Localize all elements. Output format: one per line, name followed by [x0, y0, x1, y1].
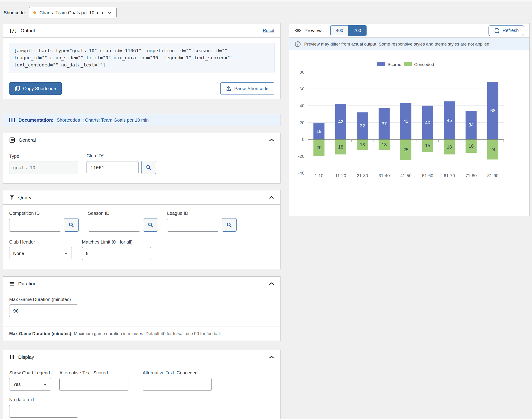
no-data-text-field[interactable]: [9, 405, 78, 418]
preview-notice: Preview may differ from actual output. S…: [289, 38, 530, 50]
x-axis-tick-label: 81-90: [487, 173, 498, 178]
alt-text-conceded-field[interactable]: [143, 378, 212, 391]
legend-label-scored[interactable]: Scored: [387, 62, 401, 67]
competition-id-search-button[interactable]: [64, 218, 79, 232]
bar-value-label: 42: [338, 119, 343, 124]
max-duration-field[interactable]: [9, 304, 78, 317]
y-axis-tick-label: 60: [300, 86, 304, 91]
y-axis-tick-label: -20: [298, 154, 304, 159]
x-axis-tick-label: 61-70: [444, 173, 455, 178]
type-field: [9, 161, 78, 174]
output-card: [/] Output Reset [anwpfl-charts type="go…: [3, 23, 281, 99]
collapse-chevron-icon: [269, 355, 274, 359]
general-card-header[interactable]: General: [3, 133, 280, 147]
x-axis-tick-label: 31-40: [379, 173, 390, 178]
x-axis-tick-label: 51-60: [422, 173, 433, 178]
y-axis-tick-label: 20: [300, 120, 304, 125]
alt-text-conceded-label: Alternative Text: Conceded: [143, 370, 212, 376]
collapse-chevron-icon: [269, 196, 274, 200]
legend-swatch-scored[interactable]: [377, 62, 385, 66]
duration-title: Duration: [18, 281, 36, 287]
club-id-label: Club ID*: [86, 153, 156, 158]
duration-card-header[interactable]: Duration: [3, 277, 280, 291]
preview-column: Preview 400 700 Refresh: [289, 23, 530, 216]
search-icon: [226, 222, 232, 228]
club-header-label: Club Header: [9, 239, 72, 245]
refresh-label: Refresh: [503, 28, 519, 33]
club-id-field[interactable]: [86, 161, 138, 174]
eye-icon: [295, 28, 301, 33]
shortcode-select-value: Charts: Team Goals per 10 min: [39, 10, 103, 15]
search-icon: [68, 222, 74, 228]
admin-top-strip: [0, 0, 532, 3]
preview-notice-text: Preview may differ from actual output. S…: [304, 42, 491, 47]
search-icon: [146, 164, 152, 170]
bar-value-label: 19: [316, 129, 321, 134]
parse-shortcode-button[interactable]: Parse Shortcode: [220, 82, 274, 95]
shortcode-select[interactable]: Charts: Team Goals per 10 min: [29, 7, 117, 18]
bar-value-label: 68: [490, 108, 495, 113]
settings-column: [/] Output Reset [anwpfl-charts type="go…: [3, 23, 281, 419]
show-legend-select[interactable]: Yes: [9, 378, 51, 391]
legend-label-conceded[interactable]: Conceded: [414, 62, 434, 67]
competition-id-field[interactable]: [9, 219, 61, 232]
chevron-down-icon: [43, 382, 47, 386]
filter-icon: [9, 195, 15, 200]
duration-help-term: Max Game Duration (minutes):: [9, 331, 73, 336]
preview-size-700-button[interactable]: 700: [348, 26, 366, 36]
league-id-label: League ID: [167, 211, 237, 216]
preview-size-400-button[interactable]: 400: [331, 26, 349, 36]
type-label: Type: [9, 154, 78, 159]
club-header-select[interactable]: None: [9, 247, 72, 260]
bar-value-label: 18: [447, 144, 452, 149]
league-id-search-button[interactable]: [222, 218, 237, 232]
x-axis-tick-label: 41-50: [400, 173, 412, 178]
refresh-button[interactable]: Refresh: [489, 25, 524, 36]
x-axis-tick-label: 1-10: [314, 173, 323, 178]
parse-shortcode-label: Parse Shortcode: [234, 86, 269, 91]
season-id-field[interactable]: [88, 219, 140, 232]
y-axis-tick-label: 0: [302, 137, 304, 142]
reset-link[interactable]: Reset: [263, 28, 274, 33]
general-title: General: [19, 137, 36, 143]
shortcode-brackets-icon: [/]: [9, 28, 17, 33]
display-body: Show Chart Legend Yes Alternative Text: …: [3, 364, 280, 419]
output-title: Output: [20, 28, 35, 33]
list-lines-icon: [9, 281, 15, 287]
bar-value-label: 25: [403, 147, 409, 152]
refresh-icon: [494, 27, 500, 34]
documentation-link[interactable]: Shortcodes :: Charts: Team Goals per 10 …: [57, 118, 149, 123]
bar-value-label: 32: [360, 123, 365, 128]
chevron-down-icon: [107, 10, 112, 15]
upload-icon: [226, 86, 231, 91]
query-card: Query Competition ID: [3, 190, 281, 269]
bar-value-label: 24: [490, 147, 495, 152]
max-duration-label: Max Game Duration (minutes): [9, 297, 274, 302]
sliders-icon: [9, 137, 15, 143]
bar-value-label: 16: [468, 144, 474, 149]
league-id-field[interactable]: [167, 219, 219, 232]
shortcode-code-box: [anwpfl-charts type="goals-10" club_id="…: [9, 43, 275, 73]
legend-swatch-conceded[interactable]: [404, 62, 412, 66]
query-card-header[interactable]: Query: [3, 190, 280, 205]
diamond-bullet-icon: [33, 11, 37, 14]
documentation-bar: Documentation: Shortcodes :: Charts: Tea…: [3, 114, 281, 126]
club-id-search-button[interactable]: [141, 161, 156, 174]
bar-value-label: 40: [425, 120, 430, 125]
bar-value-label: 18: [338, 144, 343, 149]
bar-value-label: 45: [447, 118, 452, 123]
season-id-label: Season ID: [88, 211, 158, 216]
competition-id-label: Competition ID: [9, 211, 79, 216]
alt-text-scored-field[interactable]: [59, 378, 128, 391]
matches-limit-field[interactable]: [82, 247, 151, 260]
x-axis-tick-label: 21-30: [357, 173, 368, 178]
show-legend-value: Yes: [13, 382, 21, 387]
collapse-chevron-icon: [269, 138, 274, 142]
chevron-down-icon: [64, 251, 68, 255]
copy-shortcode-button[interactable]: Copy Shortcode: [9, 82, 62, 95]
season-id-search-button[interactable]: [143, 218, 158, 232]
duration-help-text: Max Game Duration (minutes): Maximum gam…: [3, 327, 280, 340]
display-card-header[interactable]: Display: [3, 350, 280, 364]
y-axis-tick-label: -40: [298, 171, 304, 175]
bar-value-label: 43: [403, 119, 409, 124]
